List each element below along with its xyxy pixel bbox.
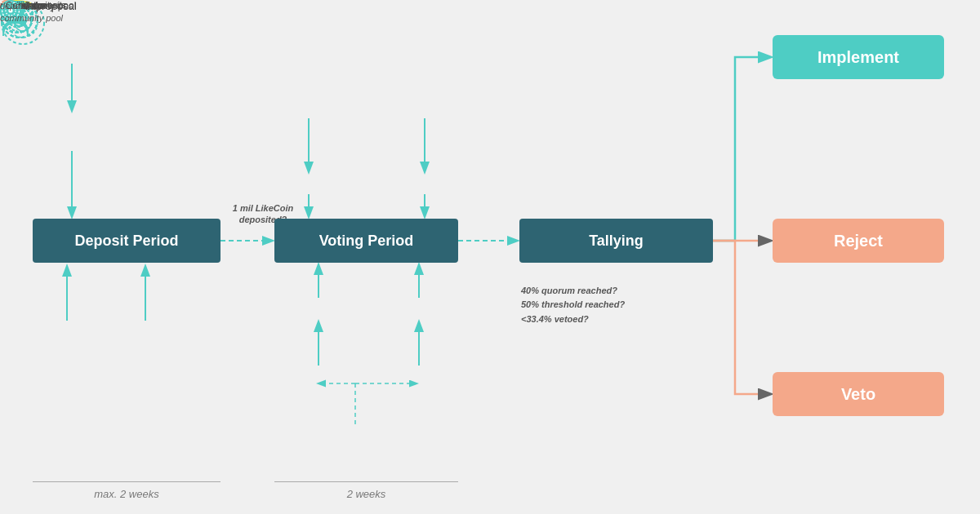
tallying-conditions-label: 40% quorum reached? 50% threshold reache…	[521, 269, 625, 326]
veto-description: deposits go into community pool	[0, 0, 90, 25]
veto-box: Veto	[773, 372, 944, 416]
reject-box: Reject	[773, 219, 944, 263]
deposit-period-box: Deposit Period	[33, 219, 220, 263]
voting-timeline-label: 2 weeks	[274, 488, 458, 500]
tallying-box: Tallying	[519, 219, 713, 263]
deposit-timeline-label: max. 2 weeks	[33, 488, 220, 500]
governance-diagram: Validator Submit proposal Deposit Period…	[0, 0, 980, 514]
implement-box: Implement	[773, 35, 944, 79]
deposit-timeline-line	[33, 481, 220, 482]
voting-period-box: Voting Period	[274, 219, 458, 263]
voting-timeline-line	[274, 481, 458, 482]
